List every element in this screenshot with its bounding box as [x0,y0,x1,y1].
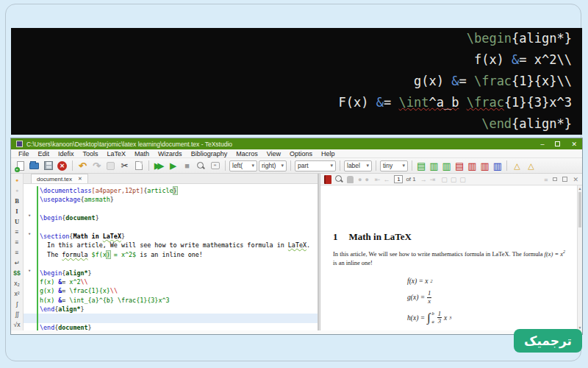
fold-marker[interactable]: ▾ [28,230,31,238]
new-document-button[interactable]: + [14,160,26,172]
forward-view-icon[interactable]: ● [363,176,370,183]
toolbar: + ✕ ↶ ↷ ✂ ▶▶ ▶ ■ ❝ left( right) part lab… [11,158,582,174]
section-number: 1 [333,231,338,243]
pdf-maximize-icon[interactable] [562,177,567,182]
align-center-icon[interactable]: ≡ [15,237,19,247]
minimize-button[interactable]: – [540,141,544,148]
integral-limits-icon[interactable]: ∬ [15,309,20,319]
compile-and-view-button[interactable]: ▶▶ [153,160,165,172]
bullet-disabled-icon[interactable]: ● [15,185,18,196]
menu-macros[interactable]: Macros [232,150,262,158]
pan-hand-icon[interactable] [347,176,354,183]
table-paste-column-icon[interactable]: ▥ [442,160,452,171]
menu-math[interactable]: Math [130,150,154,158]
next-page-icon[interactable]: → [419,176,429,183]
paste-button[interactable] [132,160,145,172]
pdf-minimize-icon[interactable]: = [544,176,548,183]
display-math-icon[interactable]: $$ [13,268,20,278]
tab-document-tex[interactable]: document.tex ✕ [31,174,88,183]
toolbar-separator [376,160,376,171]
sectioning-dropdown[interactable]: part [295,160,336,171]
tab-close-icon[interactable]: ✕ [78,176,82,182]
equation-f: f(x) = x2 [407,277,433,285]
linebreak-icon[interactable]: ↵ [14,258,19,268]
italic-icon[interactable]: I [15,206,18,216]
page-number-input[interactable]: 1 [394,175,403,183]
table-align-columns-icon[interactable]: ▥ [492,160,503,171]
toolbar-separator [225,160,226,171]
fold-marker[interactable]: ▾ [28,212,31,219]
difference-wizard-button[interactable]: △ [525,160,537,172]
sqrt-icon[interactable]: √x [14,319,21,330]
close-document-button[interactable]: ✕ [56,160,68,172]
pdf-section-heading: 1 Math in LaTeX [333,231,577,243]
fontsize-dropdown[interactable]: tiny [380,160,408,171]
save-icon [44,161,53,170]
table-cut-column-icon[interactable]: ▥ [479,160,490,171]
menu-file[interactable]: File [14,150,34,158]
cut-button[interactable]: ✂ [118,160,131,172]
pdf-close-icon[interactable]: ✕ [573,176,578,183]
view-log-button[interactable] [195,160,207,172]
stop-button[interactable]: ■ [181,160,193,172]
code-editor[interactable]: ▾ ▾ ▾ \documentclass[a4paper,12pt]{artic… [24,184,318,332]
clipboard-icon[interactable]: ▢ [440,176,449,183]
menu-edit[interactable]: Edit [34,150,54,158]
section-title: Math in LaTeX [349,231,412,243]
bold-icon[interactable]: B [15,196,19,206]
close-button[interactable]: ✕ [571,141,577,148]
menu-bibliography[interactable]: Bibliography [187,150,232,158]
pdf-restore-icon[interactable] [553,177,557,181]
table-add-row-icon[interactable]: ▤ [416,160,426,171]
pdf-paragraph: In this article, We will see how to writ… [333,249,565,269]
messages-button[interactable]: ❝ [209,160,221,172]
right-delimiter-value: right) [262,162,276,169]
word-count-icon[interactable]: ▢ [449,176,459,183]
menu-idefix[interactable]: Idefix [54,150,79,158]
redo-button[interactable]: ↷ [90,160,103,172]
view-button[interactable]: ▶ [167,160,179,172]
editor-line: \documentclass[a4paper,12pt]{article} [40,186,318,195]
bullet-icon[interactable]: ● [15,175,18,185]
editor-line: In this article, We will see how to writ… [40,241,318,250]
pdf-zoom-icon[interactable] [334,174,344,184]
prev-page-icon[interactable]: ← [381,176,391,183]
refresh-icon[interactable]: ▢ [458,176,467,183]
superscript-icon[interactable]: x² [14,289,19,299]
pdf-toolbar: ●● ⇤← 1 of 1 →⇥ ▢▢▢ = ✕ [320,174,582,185]
subscript-icon[interactable]: x₂ [14,278,20,289]
scrollbar-thumb[interactable] [578,192,581,227]
menu-tools[interactable]: Tools [79,150,103,158]
paste-icon [135,161,143,170]
table-remove-column-icon[interactable]: ▥ [467,160,477,171]
copy-button[interactable] [104,160,117,172]
menu-wizards[interactable]: Wizards [154,150,187,158]
fold-marker[interactable]: ▾ [28,267,31,275]
maximize-button[interactable] [555,141,560,146]
first-page-icon[interactable]: ⇤ [373,176,382,183]
table-remove-row-icon[interactable]: ▤ [454,160,465,171]
label-dropdown[interactable]: label [344,160,372,171]
right-delimiter-dropdown[interactable]: right) [259,160,287,171]
thesis-wizard-button[interactable]: △ [511,160,523,172]
left-delimiter-value: left( [232,162,243,169]
pdf-scrollbar[interactable]: ▲ ▼ [577,185,582,330]
table-add-column-icon[interactable]: ▥ [429,160,439,171]
menu-help[interactable]: Help [317,150,340,158]
align-right-icon[interactable]: ≡ [15,247,19,258]
texstudio-window: C:\Users\kanoon\Desktop\tarjomic\latex l… [10,138,583,335]
underline-icon[interactable]: U [15,216,19,227]
equation-g: g(x) = 1x [407,290,431,305]
last-page-icon[interactable]: ⇥ [429,176,437,183]
align-left-icon[interactable]: ≡ [15,227,19,237]
menu-view[interactable]: View [262,150,285,158]
pdf-document-icon[interactable] [324,175,331,184]
save-button[interactable] [42,160,54,172]
left-delimiter-dropdown[interactable]: left( [229,160,257,171]
menu-options[interactable]: Options [285,150,317,158]
menu-latex[interactable]: LaTeX [103,150,131,158]
label-value: label [347,162,360,169]
open-button[interactable] [28,160,40,172]
integral-icon[interactable]: ∫ [16,299,18,309]
undo-button[interactable]: ↶ [76,160,89,172]
